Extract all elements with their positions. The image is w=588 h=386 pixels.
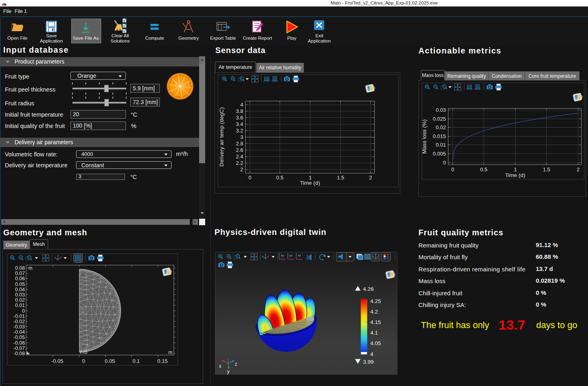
svg-text:0: 0: [22, 308, 25, 314]
svg-text:-0.02: -0.02: [13, 319, 25, 324]
svg-text:Time (d): Time (d): [300, 180, 320, 186]
svg-text:0.06: 0.06: [15, 276, 25, 282]
svg-text:-0.06: -0.06: [13, 340, 25, 346]
svg-text:0.1: 0.1: [132, 358, 140, 364]
svg-text:0.05: 0.05: [105, 358, 115, 364]
svg-text:0.03: 0.03: [436, 107, 446, 113]
svg-text:1: 1: [514, 166, 517, 173]
svg-text:xz: xz: [298, 254, 301, 257]
svg-text:4.2: 4.2: [370, 309, 378, 315]
svg-text:0.07: 0.07: [15, 271, 25, 276]
svg-text:2: 2: [240, 166, 243, 173]
svg-text:0.04: 0.04: [15, 287, 25, 292]
svg-text:0: 0: [82, 358, 85, 364]
svg-text:0.025: 0.025: [433, 116, 446, 122]
svg-text:xy: xy: [281, 254, 284, 257]
svg-text:-0.04: -0.04: [13, 329, 25, 335]
svg-text:0.02: 0.02: [15, 297, 25, 303]
svg-text:x: x: [219, 363, 222, 369]
svg-text:m: m: [28, 265, 32, 271]
svg-text:0.01: 0.01: [15, 303, 25, 308]
svg-text:0.005: 0.005: [433, 151, 446, 157]
svg-text:yz: yz: [289, 254, 293, 257]
svg-text:2.4: 2.4: [236, 154, 243, 160]
svg-text:3.99: 3.99: [363, 359, 374, 365]
svg-text:4: 4: [240, 102, 243, 108]
svg-text:3: 3: [240, 134, 243, 140]
svg-text:0.5: 0.5: [480, 166, 487, 173]
svg-text:-0.01: -0.01: [13, 313, 25, 319]
svg-text:0.5: 0.5: [276, 175, 283, 181]
svg-text:1.5: 1.5: [337, 175, 344, 181]
svg-text:0.01: 0.01: [436, 142, 446, 148]
svg-text:2.8: 2.8: [236, 141, 243, 147]
svg-text:-0.05: -0.05: [51, 358, 64, 364]
svg-text:-0.03: -0.03: [13, 324, 25, 330]
svg-text:0: 0: [248, 175, 251, 181]
svg-text:3.2: 3.2: [236, 128, 243, 134]
svg-text:0.08: 0.08: [15, 265, 25, 271]
svg-text:r=0: r=0: [80, 350, 87, 355]
svg-text:4.05: 4.05: [370, 340, 381, 346]
svg-text:y: y: [227, 369, 230, 374]
svg-text:0.05: 0.05: [15, 282, 25, 287]
svg-text:2.6: 2.6: [236, 147, 243, 153]
svg-text:3.6: 3.6: [236, 115, 243, 121]
svg-text:2: 2: [369, 175, 372, 181]
svg-text:z: z: [235, 361, 237, 367]
svg-text:1.5: 1.5: [543, 166, 550, 173]
svg-text:-0.07: -0.07: [13, 345, 25, 351]
svg-text:0.03: 0.03: [15, 292, 25, 298]
svg-text:3.8: 3.8: [236, 108, 243, 114]
svg-text:Time (d): Time (d): [505, 172, 525, 178]
svg-text:0: 0: [443, 160, 446, 166]
svg-text:4: 4: [370, 351, 374, 357]
svg-text:0.015: 0.015: [433, 133, 446, 139]
svg-text:2.2: 2.2: [236, 160, 243, 166]
svg-text:0.02: 0.02: [436, 124, 446, 130]
svg-text:2: 2: [577, 166, 580, 173]
svg-text:4.1: 4.1: [370, 330, 378, 336]
svg-text:4.15: 4.15: [370, 319, 381, 325]
svg-text:0.15: 0.15: [157, 358, 168, 364]
svg-text:3.4: 3.4: [236, 121, 243, 127]
svg-text:Mass loss (%): Mass loss (%): [421, 119, 427, 154]
svg-text:4.25: 4.25: [370, 298, 381, 304]
svg-text:4.26: 4.26: [363, 286, 374, 292]
svg-text:Delivery air temp (degC): Delivery air temp (degC): [219, 107, 225, 166]
svg-text:0: 0: [451, 166, 454, 173]
svg-text:-0.05: -0.05: [13, 335, 25, 340]
svg-text:-0.08: -0.08: [13, 351, 25, 356]
svg-text:m: m: [168, 350, 172, 355]
